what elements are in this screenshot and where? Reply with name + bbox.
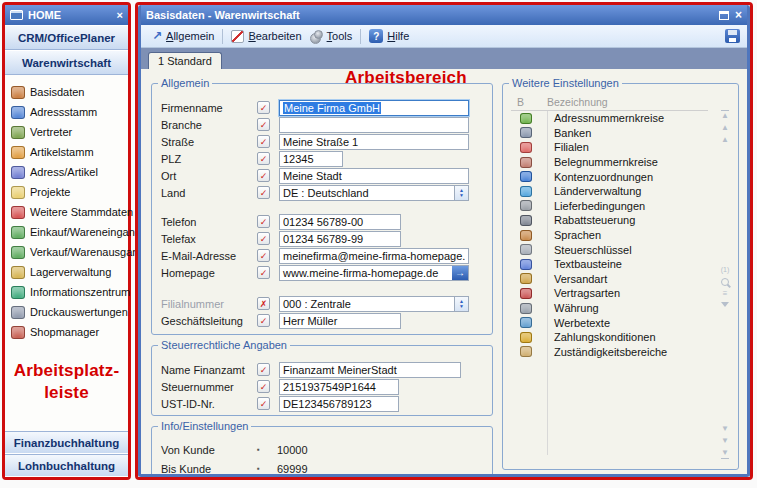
field-check-icon[interactable]: ✓ (257, 215, 270, 228)
field-check-icon[interactable]: ✓ (257, 314, 270, 327)
scroll-down-icon[interactable]: ▼ (721, 437, 729, 445)
save-icon[interactable] (725, 29, 740, 43)
settings-row-textbausteine[interactable]: Textbausteine (511, 257, 708, 272)
strasse-field[interactable] (279, 134, 469, 150)
column-header-b[interactable]: B (511, 96, 547, 108)
field-check-icon[interactable]: ✓ (257, 397, 270, 410)
settings-row-lieferbedingungen[interactable]: Lieferbedingungen (511, 199, 708, 214)
menu-tools[interactable]: Tools (306, 30, 357, 43)
settings-row-werbetexte[interactable]: Werbetexte (511, 315, 708, 330)
telefon-field[interactable] (279, 214, 401, 230)
restore-icon[interactable] (719, 11, 729, 20)
branche-field[interactable] (279, 117, 469, 133)
sidebar-group-warenwirtschaft[interactable]: Warenwirtschaft (5, 50, 128, 75)
scroll-up-icon[interactable]: ▲ (721, 124, 729, 132)
field-check-icon[interactable]: ✓ (257, 186, 270, 199)
settings-row-rabattsteuerung[interactable]: Rabattsteuerung (511, 213, 708, 228)
settings-row-banken[interactable]: Banken (511, 126, 708, 141)
bis-kunde-value: 69999 (277, 463, 308, 475)
sidebar-close-icon[interactable]: × (117, 9, 123, 21)
email-field[interactable] (279, 248, 469, 264)
adressstamm-icon (11, 106, 25, 119)
geschaeftsleitung-field[interactable] (279, 313, 401, 329)
sidebar-item-projekte[interactable]: Projekte (11, 182, 128, 202)
plz-field[interactable] (279, 151, 343, 167)
settings-row-filialen[interactable]: Filialen (511, 140, 708, 155)
settings-row-zahlungskonditionen[interactable]: Zahlungskonditionen (511, 330, 708, 345)
spinner-icon[interactable]: ▲▼ (454, 297, 468, 311)
sidebar-item-weitere-stammdaten[interactable]: Weitere Stammdaten (11, 202, 128, 222)
field-check-icon[interactable]: ✓ (257, 380, 270, 393)
count-icon[interactable]: (1) (721, 266, 730, 274)
settings-row-steuerschluessel[interactable]: Steuerschlüssel (511, 242, 708, 257)
field-check-icon[interactable]: ✓ (257, 249, 270, 262)
filter-icon[interactable] (721, 302, 729, 307)
sidebar-item-shopmanager[interactable]: Shopmanager (11, 322, 128, 342)
finanzamt-field[interactable] (279, 362, 461, 378)
field-check-icon[interactable]: ✓ (257, 169, 270, 182)
settings-row-adressnummernkreise[interactable]: Adressnummernkreise (511, 111, 708, 126)
sidebar-item-label: Vertreter (30, 126, 72, 138)
sidebar-group-finanzbuchhaltung[interactable]: Finanzbuchhaltung (5, 431, 128, 454)
sidebar-item-basisdaten[interactable]: Basisdaten (11, 82, 128, 102)
sidebar-item-label: Adress/Artikel (30, 166, 98, 178)
settings-row-vertragsarten[interactable]: Vertragsarten (511, 286, 708, 301)
ustid-field[interactable] (279, 396, 399, 412)
settings-row-sprachen[interactable]: Sprachen (511, 228, 708, 243)
filialnummer-value: 000 : Zentrale (280, 298, 454, 310)
sidebar-item-druckauswertungen[interactable]: Druckauswertungen (11, 302, 128, 322)
settings-row-label: Werbetexte (547, 317, 610, 329)
sidebar-item-informationszentrum[interactable]: Informationszentrum (11, 282, 128, 302)
field-check-icon[interactable]: ✓ (257, 135, 270, 148)
homepage-field[interactable]: www.meine-firma-homepage.de → (279, 265, 469, 281)
von-kunde-value: 10000 (277, 444, 308, 456)
sidebar-item-artikelstamm[interactable]: Artikelstamm (11, 142, 128, 162)
tab-standard[interactable]: 1 Standard (148, 52, 222, 69)
spinner-down-icon: ▼ (459, 193, 464, 198)
scroll-bottom-icon[interactable]: ▼ (721, 449, 729, 459)
sidebar-group-crm-officeplaner[interactable]: CRM/OfficePlaner (5, 25, 128, 50)
telefax-field[interactable] (279, 231, 401, 247)
menu-hilfe[interactable]: ? Hilfe (365, 29, 413, 43)
open-homepage-icon[interactable]: → (452, 266, 468, 280)
ort-field[interactable] (279, 168, 469, 184)
field-check-icon[interactable]: ✓ (257, 118, 270, 131)
sidebar-titlebar[interactable]: HOME × (5, 5, 128, 25)
settings-row-waehrung[interactable]: Währung (511, 301, 708, 316)
close-icon[interactable]: × (735, 10, 742, 20)
column-header-bezeichnung[interactable]: Bezeichnung (547, 96, 608, 108)
verkauf-warenausgang-icon (11, 246, 25, 259)
scroll-prev-icon[interactable]: ▲ (721, 136, 729, 144)
filialnummer-select[interactable]: 000 : Zentrale ▲▼ (279, 296, 469, 312)
sidebar-group-lohnbuchhaltung[interactable]: Lohnbuchhaltung (5, 454, 128, 477)
scroll-top-icon[interactable]: ▲ (721, 110, 729, 120)
sidebar-item-lagerverwaltung[interactable]: Lagerverwaltung (11, 262, 128, 282)
settings-row-laenderverwaltung[interactable]: Länderverwaltung (511, 184, 708, 199)
lieferbedingungen-icon (520, 200, 532, 211)
steuernummer-field[interactable] (279, 379, 399, 395)
spinner-icon[interactable]: ▲▼ (454, 186, 468, 200)
field-check-icon[interactable]: ✓ (257, 152, 270, 165)
menu-allgemein[interactable]: ↗ Allgemein (148, 29, 218, 43)
scroll-next-icon[interactable]: ▼ (721, 425, 729, 433)
settings-row-zustaendigkeitsbereiche[interactable]: Zuständigkeitsbereiche (511, 345, 708, 360)
field-cross-icon[interactable]: ✗ (257, 297, 270, 310)
menu-bearbeiten[interactable]: Bearbeiten (227, 30, 305, 43)
sidebar-item-adressstamm[interactable]: Adressstamm (11, 102, 128, 122)
list-icon[interactable]: ≡ (723, 290, 728, 298)
field-check-icon[interactable]: ✓ (257, 232, 270, 245)
firmenname-field[interactable]: Meine Firma GmbH (279, 100, 469, 116)
settings-row-belegnummernkreise[interactable]: Belegnummernkreise (511, 155, 708, 170)
field-check-icon[interactable]: ✓ (257, 266, 270, 279)
sidebar-item-vertreter[interactable]: Vertreter (11, 122, 128, 142)
field-check-icon[interactable]: ✓ (257, 363, 270, 376)
search-icon[interactable] (721, 278, 729, 286)
sidebar-item-verkauf-warenausgang[interactable]: Verkauf/Warenausgang (11, 242, 128, 262)
settings-row-kontenzuordnungen[interactable]: Kontenzuordnungen (511, 169, 708, 184)
window-titlebar[interactable]: Basisdaten - Warenwirtschaft × (141, 5, 747, 25)
sidebar-item-adress-artikel[interactable]: Adress/Artikel (11, 162, 128, 182)
settings-row-versandart[interactable]: Versandart (511, 272, 708, 287)
sidebar-item-einkauf-wareneingang[interactable]: Einkauf/Wareneingang (11, 222, 128, 242)
land-select[interactable]: DE : Deutschland ▲▼ (279, 185, 469, 201)
field-check-icon[interactable]: ✓ (257, 101, 270, 114)
